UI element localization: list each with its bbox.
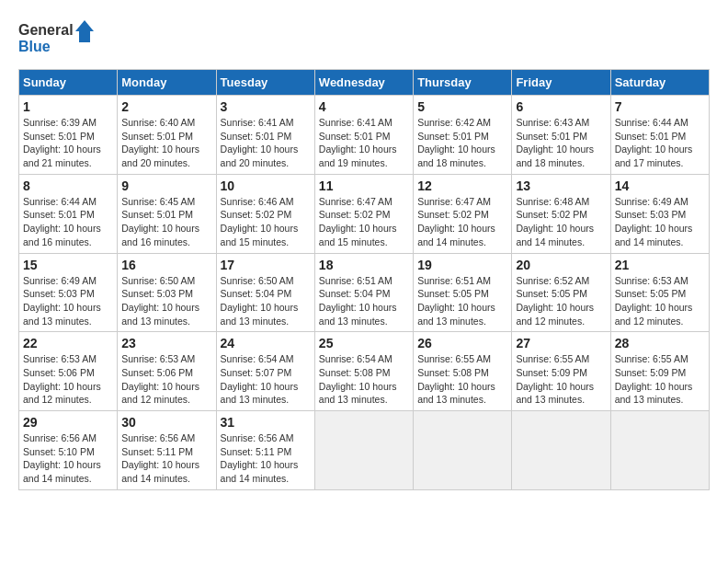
day-info: Sunrise: 6:49 AMSunset: 5:03 PMDaylight:… (615, 195, 705, 249)
day-info: Sunrise: 6:54 AMSunset: 5:08 PMDaylight:… (319, 352, 409, 407)
calendar-cell: 5Sunrise: 6:42 AMSunset: 5:01 PMDaylight… (414, 96, 512, 175)
day-number: 5 (417, 99, 507, 114)
calendar-cell: 25Sunrise: 6:54 AMSunset: 5:08 PMDayligh… (314, 332, 413, 411)
calendar-week-1: 1Sunrise: 6:39 AMSunset: 5:01 PMDaylight… (19, 96, 710, 175)
day-number: 29 (23, 415, 113, 430)
day-info: Sunrise: 6:49 AMSunset: 5:03 PMDaylight:… (23, 274, 113, 328)
calendar-cell: 9Sunrise: 6:45 AMSunset: 5:01 PMDaylight… (118, 174, 216, 253)
svg-marker-2 (75, 20, 94, 42)
calendar-week-2: 8Sunrise: 6:44 AMSunset: 5:01 PMDaylight… (19, 174, 710, 253)
day-info: Sunrise: 6:54 AMSunset: 5:07 PMDaylight:… (221, 352, 311, 407)
day-info: Sunrise: 6:56 AMSunset: 5:11 PMDaylight:… (121, 431, 211, 486)
day-number: 30 (121, 415, 211, 430)
calendar-week-4: 22Sunrise: 6:53 AMSunset: 5:06 PMDayligh… (19, 332, 710, 411)
day-info: Sunrise: 6:56 AMSunset: 5:10 PMDaylight:… (23, 431, 113, 486)
day-info: Sunrise: 6:44 AMSunset: 5:01 PMDaylight:… (23, 195, 113, 249)
calendar-cell: 2Sunrise: 6:40 AMSunset: 5:01 PMDaylight… (118, 96, 216, 175)
day-info: Sunrise: 6:45 AMSunset: 5:01 PMDaylight:… (121, 195, 211, 249)
day-info: Sunrise: 6:53 AMSunset: 5:05 PMDaylight:… (615, 274, 705, 328)
day-info: Sunrise: 6:50 AMSunset: 5:03 PMDaylight:… (121, 274, 211, 328)
day-number: 14 (615, 178, 705, 193)
calendar-cell: 6Sunrise: 6:43 AMSunset: 5:01 PMDaylight… (512, 96, 610, 175)
day-info: Sunrise: 6:56 AMSunset: 5:11 PMDaylight:… (221, 431, 311, 486)
calendar-cell: 13Sunrise: 6:48 AMSunset: 5:02 PMDayligh… (512, 174, 610, 253)
calendar-header-friday: Friday (512, 70, 610, 96)
calendar-cell: 1Sunrise: 6:39 AMSunset: 5:01 PMDaylight… (19, 96, 118, 175)
day-number: 12 (417, 178, 507, 193)
calendar-cell: 7Sunrise: 6:44 AMSunset: 5:01 PMDaylight… (610, 96, 709, 175)
day-number: 19 (417, 258, 507, 272)
day-info: Sunrise: 6:51 AMSunset: 5:04 PMDaylight:… (319, 274, 409, 328)
calendar-cell: 8Sunrise: 6:44 AMSunset: 5:01 PMDaylight… (19, 174, 118, 253)
calendar-header-monday: Monday (118, 70, 216, 96)
day-info: Sunrise: 6:39 AMSunset: 5:01 PMDaylight:… (23, 116, 113, 170)
calendar-header-tuesday: Tuesday (216, 70, 314, 96)
day-number: 28 (615, 336, 705, 350)
day-number: 31 (221, 415, 311, 430)
day-info: Sunrise: 6:40 AMSunset: 5:01 PMDaylight:… (121, 116, 211, 170)
day-info: Sunrise: 6:46 AMSunset: 5:02 PMDaylight:… (221, 195, 311, 249)
day-number: 13 (516, 178, 606, 193)
day-number: 21 (615, 258, 705, 272)
calendar-cell: 27Sunrise: 6:55 AMSunset: 5:09 PMDayligh… (512, 332, 610, 411)
day-info: Sunrise: 6:55 AMSunset: 5:09 PMDaylight:… (516, 352, 606, 407)
day-info: Sunrise: 6:43 AMSunset: 5:01 PMDaylight:… (516, 116, 606, 170)
day-info: Sunrise: 6:52 AMSunset: 5:05 PMDaylight:… (516, 274, 606, 328)
day-number: 25 (319, 336, 409, 350)
day-info: Sunrise: 6:53 AMSunset: 5:06 PMDaylight:… (121, 352, 211, 407)
day-info: Sunrise: 6:47 AMSunset: 5:02 PMDaylight:… (417, 195, 507, 249)
logo: GeneralBlue (18, 18, 101, 60)
calendar-table: SundayMondayTuesdayWednesdayThursdayFrid… (18, 69, 710, 490)
day-number: 24 (221, 336, 311, 350)
calendar-header-thursday: Thursday (414, 70, 512, 96)
day-number: 16 (121, 258, 211, 272)
day-info: Sunrise: 6:53 AMSunset: 5:06 PMDaylight:… (23, 352, 113, 407)
day-info: Sunrise: 6:47 AMSunset: 5:02 PMDaylight:… (319, 195, 409, 249)
day-number: 23 (121, 336, 211, 350)
calendar-cell: 17Sunrise: 6:50 AMSunset: 5:04 PMDayligh… (216, 253, 314, 332)
day-info: Sunrise: 6:48 AMSunset: 5:02 PMDaylight:… (516, 195, 606, 249)
day-info: Sunrise: 6:51 AMSunset: 5:05 PMDaylight:… (417, 274, 507, 328)
day-number: 27 (516, 336, 606, 350)
calendar-cell: 31Sunrise: 6:56 AMSunset: 5:11 PMDayligh… (216, 411, 314, 490)
calendar-cell: 21Sunrise: 6:53 AMSunset: 5:05 PMDayligh… (610, 253, 709, 332)
calendar-header-wednesday: Wednesday (314, 70, 413, 96)
day-number: 17 (221, 258, 311, 272)
calendar-cell (414, 411, 512, 490)
day-number: 15 (23, 258, 113, 272)
day-number: 10 (221, 178, 311, 193)
calendar-cell (610, 411, 709, 490)
calendar-cell: 11Sunrise: 6:47 AMSunset: 5:02 PMDayligh… (314, 174, 413, 253)
day-info: Sunrise: 6:42 AMSunset: 5:01 PMDaylight:… (417, 116, 507, 170)
svg-text:Blue: Blue (18, 39, 51, 54)
day-number: 6 (516, 99, 606, 114)
day-info: Sunrise: 6:41 AMSunset: 5:01 PMDaylight:… (319, 116, 409, 170)
calendar-cell: 19Sunrise: 6:51 AMSunset: 5:05 PMDayligh… (414, 253, 512, 332)
day-number: 2 (121, 99, 211, 114)
day-info: Sunrise: 6:44 AMSunset: 5:01 PMDaylight:… (615, 116, 705, 170)
day-number: 9 (121, 178, 211, 193)
calendar-cell: 15Sunrise: 6:49 AMSunset: 5:03 PMDayligh… (19, 253, 118, 332)
calendar-cell: 24Sunrise: 6:54 AMSunset: 5:07 PMDayligh… (216, 332, 314, 411)
calendar-cell: 12Sunrise: 6:47 AMSunset: 5:02 PMDayligh… (414, 174, 512, 253)
day-info: Sunrise: 6:55 AMSunset: 5:08 PMDaylight:… (417, 352, 507, 407)
day-info: Sunrise: 6:50 AMSunset: 5:04 PMDaylight:… (221, 274, 311, 328)
day-info: Sunrise: 6:55 AMSunset: 5:09 PMDaylight:… (615, 352, 705, 407)
calendar-cell: 20Sunrise: 6:52 AMSunset: 5:05 PMDayligh… (512, 253, 610, 332)
day-number: 26 (417, 336, 507, 350)
calendar-cell: 23Sunrise: 6:53 AMSunset: 5:06 PMDayligh… (118, 332, 216, 411)
day-number: 11 (319, 178, 409, 193)
day-number: 7 (615, 99, 705, 114)
calendar-cell: 22Sunrise: 6:53 AMSunset: 5:06 PMDayligh… (19, 332, 118, 411)
calendar-cell: 29Sunrise: 6:56 AMSunset: 5:10 PMDayligh… (19, 411, 118, 490)
calendar-week-3: 15Sunrise: 6:49 AMSunset: 5:03 PMDayligh… (19, 253, 710, 332)
calendar-cell: 26Sunrise: 6:55 AMSunset: 5:08 PMDayligh… (414, 332, 512, 411)
calendar-week-5: 29Sunrise: 6:56 AMSunset: 5:10 PMDayligh… (19, 411, 710, 490)
day-number: 1 (23, 99, 113, 114)
calendar-cell: 30Sunrise: 6:56 AMSunset: 5:11 PMDayligh… (118, 411, 216, 490)
calendar-cell: 10Sunrise: 6:46 AMSunset: 5:02 PMDayligh… (216, 174, 314, 253)
header: GeneralBlue (18, 18, 710, 60)
calendar-cell (512, 411, 610, 490)
calendar-header-sunday: Sunday (19, 70, 118, 96)
day-number: 8 (23, 178, 113, 193)
